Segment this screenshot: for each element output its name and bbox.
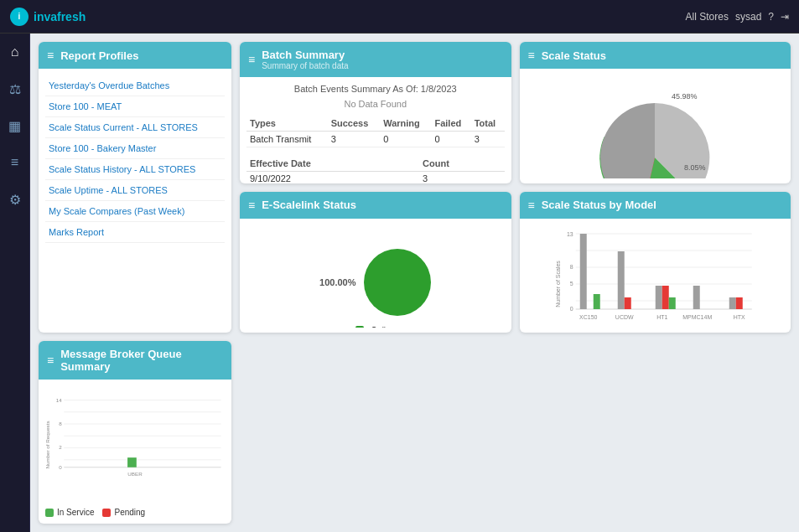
- legend-label-escalelink-online: Online: [371, 326, 395, 328]
- effective-date-table: Effective Date Count 9/10/202239/15/2022…: [246, 156, 505, 183]
- user-label: sysad: [735, 11, 761, 23]
- sidebar-list-icon[interactable]: ≡: [3, 151, 27, 174]
- message-broker-card: ≡ Message Broker Queue Summary Number of…: [39, 341, 231, 524]
- report-link-1[interactable]: Yesterday's Overdue Batches: [45, 75, 225, 96]
- topbar-left: i invafresh: [10, 8, 86, 26]
- content-area: ≡ Report Profiles Yesterday's Overdue Ba…: [30, 34, 799, 532]
- scale-status-model-title: Scale Status by Model: [542, 199, 656, 211]
- scale-model-bar-chart: Number of Scales 13 8 5 0: [527, 225, 785, 328]
- escalelink-percent: 100.00%: [319, 277, 355, 287]
- col-total: Total: [471, 116, 505, 132]
- logo-text: invafresh: [34, 10, 86, 23]
- topbar-right: All Stores sysad ? ⇥: [686, 11, 789, 23]
- pie-sys-inactive: [600, 103, 655, 178]
- sidebar-grid-icon[interactable]: ▦: [3, 114, 27, 137]
- sidebar-scale-icon[interactable]: ⚖: [3, 77, 27, 101]
- sidebar-settings-icon[interactable]: ⚙: [3, 188, 27, 211]
- batch-warning: 0: [380, 132, 431, 147]
- col-types: Types: [246, 116, 328, 132]
- broker-y-label: Number of Requests: [45, 421, 50, 468]
- escalelink-circle: [364, 249, 431, 316]
- scale-status-menu-icon: ≡: [528, 49, 535, 62]
- batch-summary-subtitle: Summary of batch data: [262, 61, 348, 70]
- bar-ht1-inactive: [655, 286, 662, 309]
- report-link-8[interactable]: Marks Report: [45, 222, 225, 243]
- main-layout: ⌂ ⚖ ▦ ≡ ⚙ ≡ Report Profiles Yesterday's …: [0, 34, 799, 532]
- batch-total: 3: [471, 132, 505, 147]
- sidebar: ⌂ ⚖ ▦ ≡ ⚙: [0, 34, 30, 532]
- y-axis-label: Number of Scales: [554, 260, 560, 307]
- x-label-xc150: XC150: [579, 314, 598, 320]
- broker-menu-icon: ≡: [47, 354, 54, 367]
- report-profiles-title: Report Profiles: [60, 49, 138, 62]
- batch-summary-title: Batch Summary: [262, 49, 348, 61]
- x-label-uber: UBER: [127, 471, 143, 477]
- topbar: i invafresh All Stores sysad ? ⇥: [0, 0, 799, 34]
- col-count: Count: [419, 156, 504, 172]
- scale-status-model-card: ≡ Scale Status by Model Number of Scales: [520, 192, 791, 333]
- table-row: 9/10/20223: [246, 172, 505, 183]
- x-label-htx: HTX: [733, 314, 745, 320]
- no-data-text: No Data Found: [246, 99, 505, 109]
- legend-dot-pending: [102, 509, 111, 517]
- table-row: Batch Transmit 3 0 0 3: [246, 132, 505, 147]
- logo-icon: i: [10, 8, 29, 26]
- scale-status-card: ≡ Scale Status: [520, 42, 791, 183]
- message-broker-header: ≡ Message Broker Queue Summary: [39, 341, 231, 380]
- batch-summary-card: ≡ Batch Summary Summary of batch data Ba…: [240, 42, 511, 183]
- bar-mpmc-inactive: [693, 286, 699, 309]
- x-label-mpmc: MPMC14M: [682, 314, 712, 320]
- report-link-4[interactable]: Store 100 - Bakery Master: [45, 138, 225, 159]
- y-label-0: 0: [569, 306, 573, 312]
- broker-y-2: 2: [59, 444, 62, 450]
- scale-model-menu-icon: ≡: [528, 199, 535, 212]
- col-warning: Warning: [380, 116, 431, 132]
- bar-ucdw-inactive: [617, 251, 624, 309]
- bar-uber-inservice: [127, 457, 137, 467]
- legend-broker-inservice: In Service: [45, 508, 94, 517]
- batch-type: Batch Transmit: [246, 132, 328, 147]
- batch-failed: 0: [431, 132, 470, 147]
- scale-status-model-header: ≡ Scale Status by Model: [520, 192, 791, 219]
- broker-y-14: 14: [56, 397, 62, 403]
- report-profiles-body: Yesterday's Overdue Batches Store 100 - …: [39, 69, 231, 328]
- bar-htx-inactive: [729, 297, 735, 309]
- scale-status-header: ≡ Scale Status: [520, 42, 791, 69]
- report-link-6[interactable]: Scale Uptime - ALL STORES: [45, 180, 225, 201]
- escalelink-legend: Online: [355, 326, 395, 328]
- bar-xc150-online2: [593, 294, 599, 309]
- legend-dot-inservice: [45, 509, 54, 517]
- scale-status-title: Scale Status: [542, 49, 606, 62]
- bar-ht1-offline: [662, 286, 668, 309]
- legend-label-pending: Pending: [114, 508, 145, 517]
- batch-success: 3: [328, 132, 381, 147]
- sidebar-home-icon[interactable]: ⌂: [3, 40, 27, 64]
- batch-summary-menu-icon: ≡: [248, 53, 255, 66]
- batch-summary-body: Batch Events Summary As Of: 1/8/2023 No …: [240, 77, 511, 183]
- batch-events-table: Types Success Warning Failed Total Batch…: [246, 116, 505, 147]
- bar-ucdw-offline: [624, 297, 630, 309]
- x-label-ht1: HT1: [656, 314, 667, 320]
- report-link-7[interactable]: My Scale Compares (Past Week): [45, 201, 225, 222]
- scale-status-body: 45.98% 8.05% 22.99% 22.99% Online: [520, 69, 791, 178]
- legend-broker-pending: Pending: [102, 508, 145, 517]
- broker-y-0: 0: [59, 464, 62, 470]
- escalelink-body: 100.00% Online: [240, 219, 511, 328]
- broker-y-8: 8: [59, 421, 62, 426]
- scale-status-model-body: Number of Scales 13 8 5 0: [520, 219, 791, 328]
- escalelink-header: ≡ E-Scalelink Status: [240, 192, 511, 219]
- report-link-2[interactable]: Store 100 - MEAT: [45, 96, 225, 117]
- bar-ht1-online: [668, 297, 675, 309]
- report-link-5[interactable]: Scale Status History - ALL STORES: [45, 159, 225, 180]
- report-link-3[interactable]: Scale Status Current - ALL STORES: [45, 117, 225, 138]
- col-effective-date: Effective Date: [246, 156, 419, 172]
- logout-icon[interactable]: ⇥: [781, 11, 789, 23]
- batch-date-text: Batch Events Summary As Of: 1/8/2023: [246, 84, 505, 94]
- store-selector[interactable]: All Stores: [686, 11, 729, 23]
- help-icon[interactable]: ?: [768, 11, 774, 23]
- legend-dot-escalelink-online: [355, 326, 364, 328]
- escalelink-menu-icon: ≡: [248, 199, 255, 212]
- scale-status-pie-svg: 45.98% 8.05% 22.99% 22.99%: [579, 82, 730, 178]
- escalelink-content: 100.00%: [319, 249, 431, 316]
- broker-bar-chart: Number of Requests 14 8 2 0: [45, 386, 225, 504]
